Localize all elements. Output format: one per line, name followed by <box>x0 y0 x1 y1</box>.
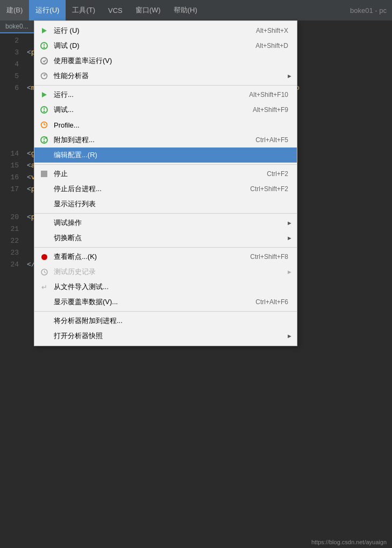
menu-item-debug-dots[interactable]: 调试... Alt+Shift+F9 <box>34 102 297 117</box>
toggle-breakpoint-submenu-arrow: ► <box>287 235 293 241</box>
edit-config-icon <box>39 150 49 160</box>
separator-2 <box>34 164 297 165</box>
profile-dots-icon <box>39 120 49 130</box>
menu-vcs[interactable]: VCS <box>102 0 129 20</box>
import-tests-icon: ↵ <box>39 282 49 292</box>
menu-window[interactable]: 窗口(W) <box>129 0 167 20</box>
debug-simple-icon <box>39 40 49 51</box>
menu-item-toggle-breakpoint[interactable]: 切换断点 ► <box>34 230 297 245</box>
open-profiler-snapshot-submenu-arrow: ► <box>287 333 293 339</box>
run-coverage-icon <box>39 55 49 66</box>
show-coverage-icon <box>39 297 49 307</box>
svg-point-3 <box>41 58 47 64</box>
menu-item-debug-actions[interactable]: 调试操作 ► <box>34 215 297 230</box>
menu-item-run-coverage[interactable]: 使用覆盖率运行(V) <box>34 53 297 68</box>
menu-item-stop-bg[interactable]: 停止后台进程... Ctrl+Shift+F2 <box>34 181 297 196</box>
test-history-submenu-arrow: ► <box>287 269 293 275</box>
run-menu-dropdown: 运行 (U) Alt+Shift+X 调试 (D) Alt+Shift+D <box>34 20 297 346</box>
open-profiler-snapshot-icon <box>39 331 49 341</box>
view-breakpoints-icon <box>39 251 49 262</box>
menu-item-run-simple[interactable]: 运行 (U) Alt+Shift+X <box>34 23 297 38</box>
watermark: https://blog.csdn.net/ayuaign <box>311 539 387 545</box>
separator-1 <box>34 85 297 86</box>
svg-point-10 <box>44 141 45 143</box>
menu-item-attach-process[interactable]: 附加到进程... Ctrl+Alt+F5 <box>34 132 297 147</box>
menu-item-show-coverage[interactable]: 显示覆盖率数据(V)... Ctrl+Alt+F6 <box>34 294 297 310</box>
attach-profiler-icon <box>39 315 49 326</box>
dropdown-menu-container: 运行 (U) Alt+Shift+X 调试 (D) Alt+Shift+D <box>34 20 297 346</box>
separator-3 <box>34 213 297 214</box>
menu-item-edit-config[interactable]: 编辑配置...(R) <box>34 147 297 163</box>
debug-actions-icon <box>39 217 49 228</box>
separator-5 <box>34 311 297 312</box>
debug-actions-submenu-arrow: ► <box>287 220 293 226</box>
toggle-breakpoint-icon <box>39 233 49 243</box>
menu-item-profiler[interactable]: 性能分析器 ► <box>34 68 297 83</box>
file-tab[interactable]: boke0... <box>0 20 35 33</box>
svg-point-12 <box>45 137 47 139</box>
svg-point-6 <box>44 111 45 113</box>
menu-build[interactable]: 建(B) <box>0 0 29 20</box>
run-dots-icon <box>39 89 49 100</box>
menu-item-open-profiler-snapshot[interactable]: 打开分析器快照 ► <box>34 328 297 343</box>
test-history-icon <box>39 266 49 277</box>
svg-rect-7 <box>44 108 45 110</box>
menu-run[interactable]: 运行(U) <box>29 0 66 20</box>
show-run-list-icon <box>39 199 49 209</box>
window-title: boke01 - pc <box>350 6 387 15</box>
profiler-submenu-arrow: ► <box>287 73 293 79</box>
profiler-icon <box>39 71 49 81</box>
menu-item-profile-dots[interactable]: Profile... <box>34 117 297 132</box>
menu-item-test-history[interactable]: 测试历史记录 ► <box>34 264 297 279</box>
run-simple-icon <box>39 25 49 36</box>
stop-icon <box>39 168 49 179</box>
svg-point-1 <box>44 47 45 48</box>
separator-4 <box>34 247 297 248</box>
menu-help[interactable]: 帮助(H) <box>167 0 204 20</box>
menu-item-run-dots[interactable]: 运行... Alt+Shift+F10 <box>34 87 297 102</box>
menu-tools[interactable]: 工具(T) <box>66 0 102 20</box>
menu-item-stop[interactable]: 停止 Ctrl+F2 <box>34 166 297 181</box>
svg-rect-11 <box>44 138 45 140</box>
debug-dots-icon <box>39 104 49 115</box>
menu-item-import-tests[interactable]: ↵ 从文件导入测试... <box>34 279 297 294</box>
svg-rect-2 <box>44 44 45 46</box>
menu-item-view-breakpoints[interactable]: 查看断点...(K) Ctrl+Shift+F8 <box>34 249 297 264</box>
attach-process-icon <box>39 135 49 145</box>
menu-item-attach-profiler[interactable]: 将分析器附加到进程... <box>34 313 297 328</box>
menubar: 建(B) 运行(U) 工具(T) VCS 窗口(W) 帮助(H) boke01 … <box>0 0 392 20</box>
stop-bg-icon <box>39 184 49 194</box>
menu-item-debug-simple[interactable]: 调试 (D) Alt+Shift+D <box>34 38 297 53</box>
menu-item-show-run-list[interactable]: 显示运行列表 <box>34 196 297 212</box>
